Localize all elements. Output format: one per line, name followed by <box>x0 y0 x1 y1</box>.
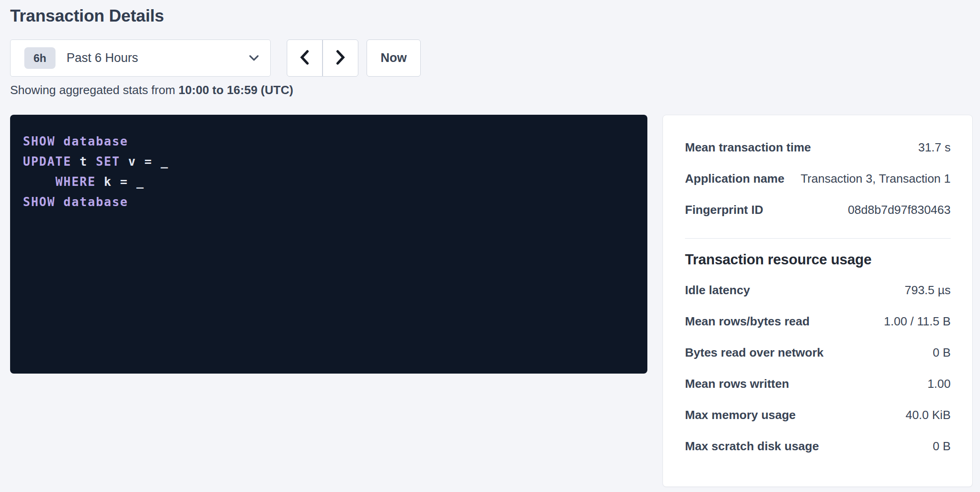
previous-interval-button[interactable] <box>287 39 323 77</box>
stat-row: Idle latency793.5 µs <box>685 274 951 306</box>
transaction-stats-card: Mean transaction time31.7 sApplication n… <box>663 115 973 487</box>
stat-label: Mean rows written <box>685 377 789 391</box>
sql-line: SHOW database <box>23 192 638 212</box>
stat-label: Application name <box>685 172 785 186</box>
stat-value: 0 B <box>933 346 951 360</box>
stat-label: Fingerprint ID <box>685 203 763 217</box>
aggregation-note: Showing aggregated stats from 10:00 to 1… <box>10 82 973 98</box>
next-interval-button[interactable] <box>323 39 358 77</box>
sql-keyword: SET <box>96 155 120 168</box>
sql-line: SHOW database <box>23 131 638 151</box>
sql-statement-box: SHOW databaseUPDATE t SET v = _ WHERE k … <box>10 115 647 374</box>
stat-label: Mean transaction time <box>685 140 811 155</box>
sql-keyword: database <box>63 195 128 209</box>
transaction-details-page: Transaction Details 6h Past 6 Hours <box>0 0 980 492</box>
resource-usage-title: Transaction resource usage <box>685 251 951 269</box>
now-button[interactable]: Now <box>367 39 421 77</box>
stat-row: Bytes read over network0 B <box>685 337 951 368</box>
stat-value: 0 B <box>933 439 951 453</box>
usage-rows: Idle latency793.5 µsMean rows/bytes read… <box>685 274 951 462</box>
page-title: Transaction Details <box>10 6 973 27</box>
stat-row: Fingerprint ID08d8b7d97f830463 <box>685 194 951 225</box>
chevron-left-icon <box>298 49 311 67</box>
sql-keyword: SHOW <box>23 195 56 209</box>
time-controls: 6h Past 6 Hours <box>10 39 973 77</box>
stat-value: 1.00 <box>927 377 951 391</box>
sql-keyword: UPDATE <box>23 155 72 168</box>
stat-row: Mean rows/bytes read1.00 / 11.5 B <box>685 306 951 337</box>
stat-row: Mean transaction time31.7 s <box>685 132 951 163</box>
sql-keyword: WHERE <box>56 175 96 189</box>
stat-value: 31.7 s <box>918 140 951 155</box>
stat-value: 08d8b7d97f830463 <box>848 203 951 217</box>
stat-value: 40.0 KiB <box>906 408 951 422</box>
chevron-down-icon <box>249 55 259 62</box>
summary-rows: Mean transaction time31.7 sApplication n… <box>685 132 951 225</box>
stat-row: Application nameTransaction 3, Transacti… <box>685 163 951 194</box>
time-range-label: Past 6 Hours <box>67 51 249 65</box>
time-range-dropdown[interactable]: 6h Past 6 Hours <box>10 39 271 77</box>
stat-label: Max memory usage <box>685 408 796 422</box>
time-range-badge: 6h <box>24 47 56 69</box>
stat-label: Mean rows/bytes read <box>685 314 810 329</box>
stat-row: Max memory usage40.0 KiB <box>685 399 951 430</box>
main-content: SHOW databaseUPDATE t SET v = _ WHERE k … <box>10 115 973 487</box>
sql-text: v = _ <box>120 155 169 168</box>
stat-label: Bytes read over network <box>685 346 824 360</box>
stat-label: Idle latency <box>685 283 750 297</box>
sql-code: SHOW databaseUPDATE t SET v = _ WHERE k … <box>23 131 638 212</box>
sql-line: UPDATE t SET v = _ <box>23 151 638 172</box>
sql-keyword: SHOW <box>23 134 56 148</box>
sql-text: t <box>72 155 96 168</box>
sql-keyword: database <box>63 134 128 148</box>
sql-text <box>56 195 64 209</box>
stat-value: Transaction 3, Transaction 1 <box>801 172 951 186</box>
sql-line: WHERE k = _ <box>23 172 638 192</box>
stat-label: Max scratch disk usage <box>685 439 819 453</box>
stat-row: Max scratch disk usage0 B <box>685 430 951 462</box>
sql-text <box>56 134 64 148</box>
time-step-button-group <box>287 39 358 77</box>
aggregation-note-range: 10:00 to 16:59 (UTC) <box>178 83 293 97</box>
stat-row: Mean rows written1.00 <box>685 368 951 399</box>
stat-value: 793.5 µs <box>905 283 951 297</box>
sql-text <box>23 175 56 189</box>
stat-value: 1.00 / 11.5 B <box>884 314 951 329</box>
aggregation-note-prefix: Showing aggregated stats from <box>10 83 178 97</box>
chevron-right-icon <box>334 49 347 67</box>
sql-text: k = _ <box>96 175 145 189</box>
card-divider <box>685 238 951 239</box>
